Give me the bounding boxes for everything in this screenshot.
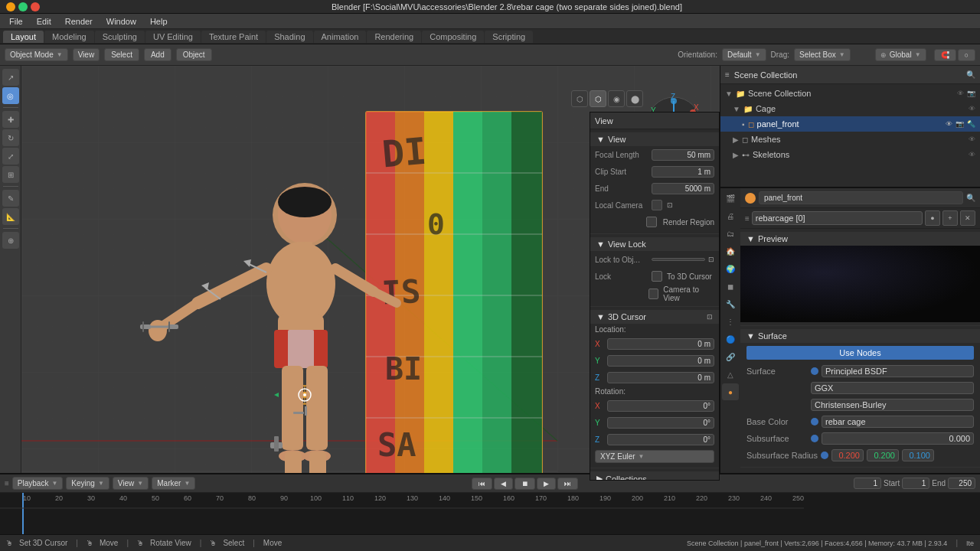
render-region-checkbox[interactable] bbox=[646, 217, 657, 227]
scene-vis-icon[interactable]: 👁 bbox=[957, 90, 964, 97]
add-btn[interactable]: Add bbox=[144, 48, 172, 61]
cursor-rz-val[interactable]: 0° bbox=[607, 434, 714, 445]
christensen-dropdown[interactable]: Christensen-Burley bbox=[811, 399, 974, 411]
outliner-item-meshes[interactable]: ▶ ◻ Meshes 👁 bbox=[720, 132, 980, 147]
menu-file[interactable]: File bbox=[3, 15, 29, 28]
menu-window[interactable]: Window bbox=[100, 15, 142, 28]
prop-tab-object[interactable]: ◼ bbox=[722, 278, 739, 295]
tab-uv-editing[interactable]: UV Editing bbox=[145, 31, 201, 43]
outliner-filter-icon[interactable]: 🔍 bbox=[966, 70, 975, 79]
tab-sculpting[interactable]: Sculpting bbox=[95, 31, 145, 43]
tab-shading[interactable]: Shading bbox=[266, 31, 312, 43]
render-btn[interactable]: ⬤ bbox=[626, 90, 643, 107]
prop-tab-view-layer[interactable]: 🗂 bbox=[722, 225, 739, 242]
prop-tab-render[interactable]: 🎬 bbox=[722, 190, 739, 207]
n-3dcursor-header[interactable]: ▼ 3D Cursor ⊡ bbox=[590, 310, 719, 324]
menu-help[interactable]: Help bbox=[144, 15, 174, 28]
tab-compositing[interactable]: Compositing bbox=[422, 31, 484, 43]
browse-material-icon[interactable]: 🔍 bbox=[966, 194, 975, 202]
material-name-field[interactable]: rebarcage [0] bbox=[752, 211, 923, 225]
euler-dropdown[interactable]: XYZ Euler ▼ bbox=[595, 450, 714, 463]
jump-end-btn[interactable]: ⏭ bbox=[557, 478, 578, 490]
object-btn[interactable]: Object bbox=[176, 48, 212, 61]
menu-edit[interactable]: Edit bbox=[31, 15, 57, 28]
tab-animation[interactable]: Animation bbox=[314, 31, 367, 43]
close-button[interactable] bbox=[31, 2, 40, 11]
clip-end-val[interactable]: 5000 m bbox=[652, 183, 714, 194]
mat-new-icon[interactable]: + bbox=[942, 210, 958, 226]
tab-rendering[interactable]: Rendering bbox=[367, 31, 421, 43]
n-viewlock-header[interactable]: ▼ View Lock bbox=[590, 237, 719, 251]
active-object-dropdown[interactable]: panel_front bbox=[759, 191, 963, 204]
outliner-item-skeletons[interactable]: ▶ ⊷ Skeletons 👁 bbox=[720, 147, 980, 162]
tool-rotate[interactable]: ↻ bbox=[2, 129, 19, 146]
sr-y[interactable]: 0.200 bbox=[867, 449, 899, 461]
focal-length-val[interactable]: 50 mm bbox=[652, 149, 714, 161]
viewport-shading[interactable]: View bbox=[73, 48, 100, 61]
sr-z[interactable]: 0.100 bbox=[902, 449, 934, 461]
panelfront-vis-icon[interactable]: 👁 bbox=[946, 120, 952, 128]
tool-scale[interactable]: ⤢ bbox=[2, 148, 19, 165]
meshes-vis-icon[interactable]: 👁 bbox=[969, 135, 975, 143]
surface-bsdf-dropdown[interactable]: Principled BSDF bbox=[822, 365, 974, 377]
prop-tab-world[interactable]: 🌍 bbox=[722, 260, 739, 277]
prop-tab-material[interactable]: ● bbox=[722, 383, 739, 400]
ggx-dropdown[interactable]: GGX bbox=[811, 382, 974, 394]
select-btn[interactable]: Select bbox=[104, 48, 139, 61]
use-nodes-btn[interactable]: Use Nodes bbox=[746, 346, 974, 360]
panelfront-render-icon[interactable]: 🔦 bbox=[967, 120, 975, 128]
tool-measure[interactable]: 📐 bbox=[2, 208, 19, 225]
lock-checkbox-cursor[interactable] bbox=[652, 271, 662, 282]
local-camera-toggle[interactable] bbox=[652, 200, 662, 210]
global-dropdown[interactable]: ⊕ Global ▼ bbox=[875, 48, 926, 61]
tool-move[interactable]: ✚ bbox=[2, 111, 19, 128]
jump-start-btn[interactable]: ⏮ bbox=[472, 478, 492, 490]
start-frame-field[interactable]: 1 bbox=[902, 478, 929, 489]
outliner-item-cage[interactable]: ▼ 📁 Cage 👁 bbox=[720, 101, 980, 116]
local-camera-icon[interactable]: ⊡ bbox=[667, 201, 673, 209]
camera-to-view-checkbox[interactable] bbox=[648, 289, 658, 299]
prop-tab-physics[interactable]: 🔵 bbox=[722, 331, 739, 347]
prop-tab-modifier[interactable]: 🔧 bbox=[722, 295, 739, 312]
play-btn[interactable]: ▶ bbox=[537, 478, 556, 490]
outliner-item-scene[interactable]: ▼ 📁 Scene Collection 👁 📷 bbox=[720, 86, 980, 101]
maximize-button[interactable] bbox=[18, 2, 28, 11]
prop-tab-data[interactable]: △ bbox=[722, 366, 739, 383]
stop-btn[interactable]: ⏹ bbox=[514, 478, 535, 490]
tool-select[interactable]: ↗ bbox=[2, 69, 19, 86]
n-collections-header[interactable]: ▶ Collections bbox=[590, 471, 719, 481]
subsurface-val[interactable]: 0.000 bbox=[822, 432, 974, 445]
timeline-ruler[interactable]: 10 20 30 40 50 60 70 80 90 100 110 120 1… bbox=[0, 493, 980, 534]
cursor-ry-val[interactable]: 0° bbox=[607, 417, 714, 429]
wireframe-btn[interactable]: ⬡ bbox=[571, 90, 588, 107]
prop-tab-constraints[interactable]: 🔗 bbox=[722, 348, 739, 365]
object-mode-dropdown[interactable]: Object Mode ▼ bbox=[5, 48, 68, 61]
tab-layout[interactable]: Layout bbox=[3, 31, 44, 43]
tab-texture-paint[interactable]: Texture Paint bbox=[201, 31, 266, 43]
solid-btn[interactable]: ⬡ bbox=[590, 90, 606, 107]
prop-edit-btn[interactable]: ○ bbox=[958, 49, 975, 61]
surface-header[interactable]: ▼ Surface bbox=[740, 329, 980, 343]
play-back-btn[interactable]: ◀ bbox=[494, 478, 513, 490]
tool-add[interactable]: ⊕ bbox=[2, 232, 19, 249]
preview-header[interactable]: ▼ Preview bbox=[740, 232, 980, 246]
mat-dot-icon[interactable]: ● bbox=[925, 210, 940, 226]
tool-cursor[interactable]: ◎ bbox=[2, 87, 19, 104]
tool-annotate[interactable]: ✎ bbox=[2, 190, 19, 207]
sr-x[interactable]: 0.200 bbox=[831, 449, 864, 461]
snap-btn[interactable]: 🧲 bbox=[934, 49, 956, 61]
current-frame-field[interactable]: 1 bbox=[854, 478, 881, 489]
drag-dropdown[interactable]: Select Box ▼ bbox=[794, 48, 851, 61]
minimize-button[interactable] bbox=[6, 2, 15, 11]
lock-to-obj-val[interactable] bbox=[652, 258, 705, 261]
orientation-dropdown[interactable]: Default ▼ bbox=[722, 48, 766, 61]
material-btn[interactable]: ◉ bbox=[608, 90, 625, 107]
outliner-item-panel-front[interactable]: ▪ ◻ panel_front 👁 📷 🔦 bbox=[720, 116, 980, 132]
skeletons-vis-icon[interactable]: 👁 bbox=[969, 151, 975, 158]
prop-tab-particles[interactable]: ⋮ bbox=[722, 313, 739, 330]
playback-dropdown[interactable]: Playback ▼ bbox=[12, 477, 64, 490]
tool-transform[interactable]: ⊞ bbox=[2, 166, 19, 183]
cage-vis-icon[interactable]: 👁 bbox=[969, 105, 975, 112]
base-color-field[interactable]: rebar cage bbox=[822, 416, 974, 428]
cursor-x-val[interactable]: 0 m bbox=[607, 338, 714, 350]
